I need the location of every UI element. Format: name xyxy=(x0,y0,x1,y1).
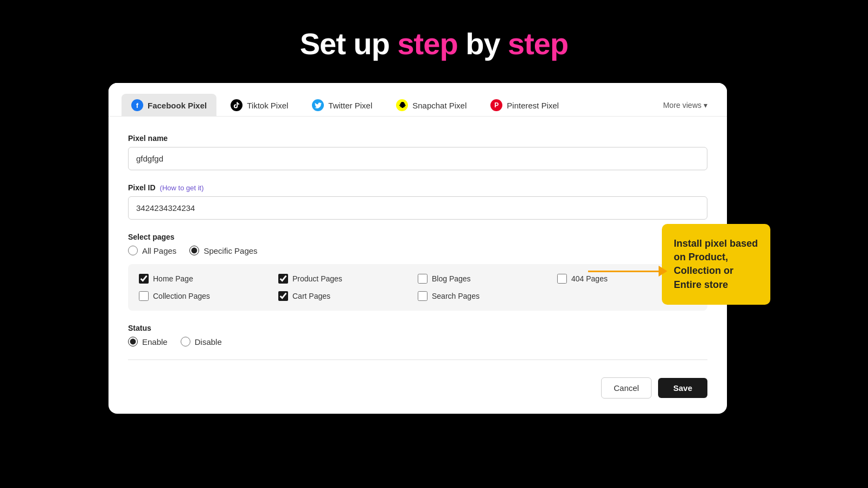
pixel-id-input[interactable] xyxy=(128,196,707,220)
checkbox-blog[interactable]: Blog Pages xyxy=(418,274,557,284)
checkbox-collection-label: Collection Pages xyxy=(153,292,210,300)
title-accent1: step xyxy=(397,27,457,61)
checkbox-cart-input[interactable] xyxy=(278,291,288,301)
main-card: f Facebook Pixel Tiktok Pixel Twitter Pi xyxy=(108,83,727,414)
snapchat-icon xyxy=(396,99,408,111)
pixel-name-input[interactable] xyxy=(128,147,707,170)
tab-bar: f Facebook Pixel Tiktok Pixel Twitter Pi xyxy=(108,83,727,117)
tab-pinterest-label: Pinterest Pixel xyxy=(507,101,559,110)
radio-specific-pages-input[interactable] xyxy=(189,246,199,255)
checkbox-product-label: Product Pages xyxy=(292,274,342,283)
facebook-icon: f xyxy=(131,99,143,111)
radio-specific-pages[interactable]: Specific Pages xyxy=(189,246,257,255)
callout-box: Install pixel based on Product, Collecti… xyxy=(662,224,770,305)
pinterest-icon: P xyxy=(490,99,502,111)
pixel-name-label: Pixel name xyxy=(128,134,707,143)
tab-twitter[interactable]: Twitter Pixel xyxy=(302,94,382,117)
checkbox-collection[interactable]: Collection Pages xyxy=(139,291,278,301)
checkbox-cart[interactable]: Cart Pages xyxy=(278,291,418,301)
status-label: Status xyxy=(128,324,707,332)
radio-enable-label: Enable xyxy=(142,337,168,346)
more-views-label: More views xyxy=(663,101,701,110)
radio-specific-pages-label: Specific Pages xyxy=(203,246,257,255)
arrow-head xyxy=(659,266,667,277)
status-group: Status Enable Disable xyxy=(128,324,707,346)
tab-facebook[interactable]: f Facebook Pixel xyxy=(122,94,216,117)
checkbox-search[interactable]: Search Pages xyxy=(418,291,557,301)
save-button[interactable]: Save xyxy=(658,378,707,398)
tab-snapchat[interactable]: Snapchat Pixel xyxy=(386,94,476,117)
radio-all-pages-label: All Pages xyxy=(142,246,176,255)
radio-enable-input[interactable] xyxy=(128,337,138,346)
checkbox-product-input[interactable] xyxy=(278,274,288,284)
title-middle: by xyxy=(458,27,508,61)
select-pages-label: Select pages xyxy=(128,233,707,241)
how-to-get-it-link[interactable]: (How to get it) xyxy=(160,184,204,192)
radio-all-pages[interactable]: All Pages xyxy=(128,246,176,255)
pages-radio-group: All Pages Specific Pages xyxy=(128,246,707,255)
arrow-shaft xyxy=(588,271,659,272)
status-radio-group: Enable Disable xyxy=(128,337,707,346)
radio-disable-input[interactable] xyxy=(181,337,190,346)
checkbox-product[interactable]: Product Pages xyxy=(278,274,418,284)
card-wrapper: f Facebook Pixel Tiktok Pixel Twitter Pi xyxy=(108,83,760,414)
chevron-down-icon: ▾ xyxy=(704,101,707,110)
tab-tiktok[interactable]: Tiktok Pixel xyxy=(221,94,298,117)
tab-twitter-label: Twitter Pixel xyxy=(328,101,372,110)
checkbox-home-label: Home Page xyxy=(153,274,193,283)
checkbox-blog-input[interactable] xyxy=(418,274,427,284)
title-prefix: Set up xyxy=(300,27,398,61)
tab-tiktok-label: Tiktok Pixel xyxy=(247,101,288,110)
checkbox-home-input[interactable] xyxy=(139,274,149,284)
checkbox-collection-input[interactable] xyxy=(139,291,149,301)
tab-facebook-label: Facebook Pixel xyxy=(148,101,207,110)
checkbox-home[interactable]: Home Page xyxy=(139,274,278,284)
callout-text: Install pixel based on Product, Collecti… xyxy=(674,238,758,290)
cancel-button[interactable]: Cancel xyxy=(601,377,652,399)
twitter-icon xyxy=(312,99,324,111)
tab-snapchat-label: Snapchat Pixel xyxy=(412,101,467,110)
pixel-id-group: Pixel ID (How to get it) xyxy=(128,183,707,220)
radio-all-pages-input[interactable] xyxy=(128,246,138,255)
tab-pinterest[interactable]: P Pinterest Pixel xyxy=(481,94,569,117)
title-accent2: step xyxy=(508,27,568,61)
checkbox-cart-label: Cart Pages xyxy=(292,292,330,300)
radio-disable[interactable]: Disable xyxy=(181,337,222,346)
checkbox-search-input[interactable] xyxy=(418,291,427,301)
callout-arrow xyxy=(588,266,667,277)
footer-divider xyxy=(128,359,707,360)
checkbox-search-label: Search Pages xyxy=(432,292,480,300)
tiktok-icon xyxy=(231,99,242,111)
pixel-name-group: Pixel name xyxy=(128,134,707,170)
checkbox-blog-label: Blog Pages xyxy=(432,274,471,283)
form-footer: Cancel Save xyxy=(128,371,707,399)
checkbox-404-input[interactable] xyxy=(557,274,567,284)
form-content: Pixel name Pixel ID (How to get it) Sele… xyxy=(108,117,727,414)
more-views-button[interactable]: More views ▾ xyxy=(656,95,714,115)
pixel-id-label: Pixel ID (How to get it) xyxy=(128,183,707,192)
radio-enable[interactable]: Enable xyxy=(128,337,168,346)
page-header: Set up step by step xyxy=(300,26,568,61)
radio-disable-label: Disable xyxy=(195,337,222,346)
